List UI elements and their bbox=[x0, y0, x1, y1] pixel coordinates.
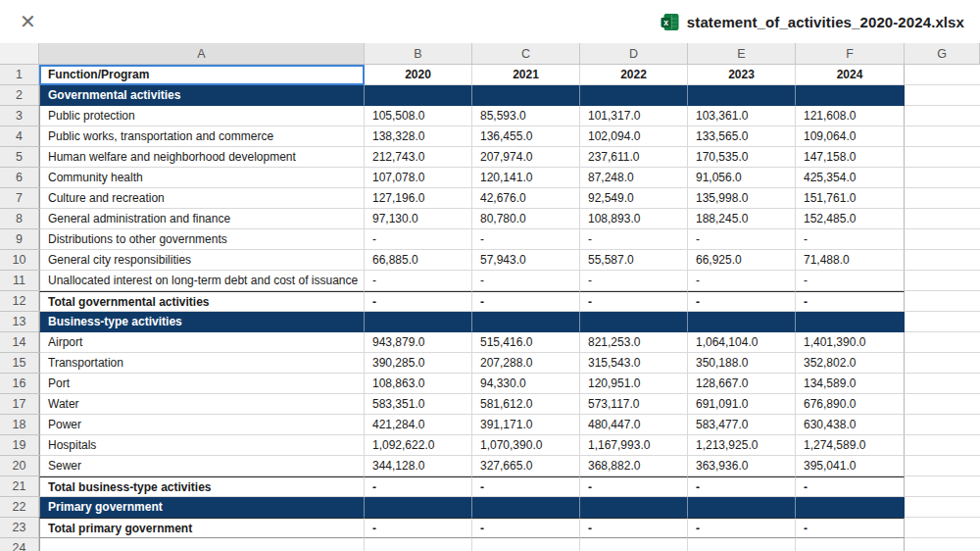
cell-D23[interactable]: - bbox=[580, 518, 688, 538]
cell-F19[interactable]: 1,274,589.0 bbox=[796, 435, 905, 456]
row-header-19[interactable]: 19 bbox=[0, 435, 39, 456]
cell-E22[interactable] bbox=[688, 497, 796, 518]
cell-B9[interactable]: - bbox=[365, 229, 472, 250]
cell-G8[interactable] bbox=[905, 209, 980, 229]
cell-D20[interactable]: 368,882.0 bbox=[580, 456, 688, 476]
cell-A10[interactable]: General city responsibilities bbox=[39, 250, 365, 271]
cell-A11[interactable]: Unallocated interest on long-term debt a… bbox=[39, 271, 365, 291]
cell-D12[interactable]: - bbox=[580, 291, 688, 312]
cell-D9[interactable]: - bbox=[580, 229, 688, 250]
row-header-23[interactable]: 23 bbox=[0, 518, 39, 538]
cell-G6[interactable] bbox=[905, 168, 980, 188]
cell-D18[interactable]: 480,447.0 bbox=[580, 415, 688, 435]
cell-C7[interactable]: 42,676.0 bbox=[472, 188, 580, 209]
cell-E21[interactable]: - bbox=[688, 476, 796, 497]
cell-A13[interactable]: Business-type activities bbox=[39, 312, 365, 332]
cell-F17[interactable]: 676,890.0 bbox=[796, 394, 905, 415]
cell-A18[interactable]: Power bbox=[39, 415, 365, 435]
row-header-4[interactable]: 4 bbox=[0, 126, 39, 147]
cell-C6[interactable]: 120,141.0 bbox=[472, 168, 580, 188]
cell-F21[interactable]: - bbox=[796, 476, 905, 497]
cell-F23[interactable]: - bbox=[796, 518, 905, 538]
cell-C18[interactable]: 391,171.0 bbox=[472, 415, 580, 435]
cell-A8[interactable]: General administration and finance bbox=[39, 209, 365, 229]
cell-C14[interactable]: 515,416.0 bbox=[472, 332, 580, 353]
cell-E6[interactable]: 91,056.0 bbox=[688, 168, 796, 188]
cell-G21[interactable] bbox=[905, 476, 980, 497]
column-header-G[interactable]: G bbox=[905, 43, 980, 65]
cell-B5[interactable]: 212,743.0 bbox=[365, 147, 472, 168]
cell-D4[interactable]: 102,094.0 bbox=[580, 126, 688, 147]
cell-G18[interactable] bbox=[905, 415, 980, 435]
column-header-B[interactable]: B bbox=[365, 43, 472, 65]
cell-F18[interactable]: 630,438.0 bbox=[796, 415, 905, 435]
cell-E3[interactable]: 103,361.0 bbox=[688, 106, 796, 126]
cell-C22[interactable] bbox=[472, 497, 580, 518]
cell-B18[interactable]: 421,284.0 bbox=[365, 415, 472, 435]
cell-D14[interactable]: 821,253.0 bbox=[580, 332, 688, 353]
cell-A2[interactable]: Governmental activities bbox=[39, 85, 365, 106]
cell-D8[interactable]: 108,893.0 bbox=[580, 209, 688, 229]
cell-B21[interactable]: - bbox=[365, 476, 472, 497]
row-header-24[interactable]: 24 bbox=[0, 538, 39, 551]
cell-C19[interactable]: 1,070,390.0 bbox=[472, 435, 580, 456]
cell-F5[interactable]: 147,158.0 bbox=[796, 147, 905, 168]
cell-F11[interactable]: - bbox=[796, 271, 905, 291]
cell-A16[interactable]: Port bbox=[39, 374, 365, 394]
cell-D13[interactable] bbox=[580, 312, 688, 332]
cell-G16[interactable] bbox=[905, 374, 980, 394]
cell-E16[interactable]: 128,667.0 bbox=[688, 374, 796, 394]
cell-G11[interactable] bbox=[905, 271, 980, 291]
cell-D11[interactable]: - bbox=[580, 271, 688, 291]
cell-C8[interactable]: 80,780.0 bbox=[472, 209, 580, 229]
row-header-2[interactable]: 2 bbox=[0, 85, 39, 106]
cell-A22[interactable]: Primary government bbox=[39, 497, 365, 518]
cell-B20[interactable]: 344,128.0 bbox=[365, 456, 472, 476]
cell-B16[interactable]: 108,863.0 bbox=[365, 374, 472, 394]
cell-G17[interactable] bbox=[905, 394, 980, 415]
cell-D24[interactable] bbox=[580, 538, 688, 551]
cell-A3[interactable]: Public protection bbox=[39, 106, 365, 126]
cell-F10[interactable]: 71,488.0 bbox=[796, 250, 905, 271]
cell-G7[interactable] bbox=[905, 188, 980, 209]
cell-G15[interactable] bbox=[905, 353, 980, 374]
row-header-22[interactable]: 22 bbox=[0, 497, 39, 518]
cell-G23[interactable] bbox=[905, 518, 980, 538]
cell-E10[interactable]: 66,925.0 bbox=[688, 250, 796, 271]
cell-A6[interactable]: Community health bbox=[39, 168, 365, 188]
cell-C24[interactable] bbox=[472, 538, 580, 551]
cell-B2[interactable] bbox=[365, 85, 472, 106]
cell-F15[interactable]: 352,802.0 bbox=[796, 353, 905, 374]
cell-B4[interactable]: 138,328.0 bbox=[365, 126, 472, 147]
row-header-5[interactable]: 5 bbox=[0, 147, 39, 168]
cell-E13[interactable] bbox=[688, 312, 796, 332]
cell-F7[interactable]: 151,761.0 bbox=[796, 188, 905, 209]
cell-F9[interactable]: - bbox=[796, 229, 905, 250]
cell-A17[interactable]: Water bbox=[39, 394, 365, 415]
cell-E17[interactable]: 691,091.0 bbox=[688, 394, 796, 415]
cell-B11[interactable]: - bbox=[365, 271, 472, 291]
cell-E18[interactable]: 583,477.0 bbox=[688, 415, 796, 435]
cell-A5[interactable]: Human welfare and neighborhood developme… bbox=[39, 147, 365, 168]
row-header-9[interactable]: 9 bbox=[0, 229, 39, 250]
cell-A15[interactable]: Transportation bbox=[39, 353, 365, 374]
row-header-13[interactable]: 13 bbox=[0, 312, 39, 332]
cell-G5[interactable] bbox=[905, 147, 980, 168]
cell-C11[interactable]: - bbox=[472, 271, 580, 291]
column-header-F[interactable]: F bbox=[796, 43, 905, 65]
cell-C1[interactable]: 2021 bbox=[472, 65, 580, 85]
cell-C3[interactable]: 85,593.0 bbox=[472, 106, 580, 126]
row-header-20[interactable]: 20 bbox=[0, 456, 39, 476]
row-header-21[interactable]: 21 bbox=[0, 476, 39, 497]
cell-B23[interactable]: - bbox=[365, 518, 472, 538]
cell-A19[interactable]: Hospitals bbox=[39, 435, 365, 456]
cell-G4[interactable] bbox=[905, 126, 980, 147]
cell-A14[interactable]: Airport bbox=[39, 332, 365, 353]
row-header-15[interactable]: 15 bbox=[0, 353, 39, 374]
row-header-1[interactable]: 1 bbox=[0, 65, 39, 85]
row-header-7[interactable]: 7 bbox=[0, 188, 39, 209]
cell-A1[interactable]: Function/Program bbox=[39, 65, 365, 85]
cell-B7[interactable]: 127,196.0 bbox=[365, 188, 472, 209]
cell-G12[interactable] bbox=[905, 291, 980, 312]
cell-C2[interactable] bbox=[472, 85, 580, 106]
